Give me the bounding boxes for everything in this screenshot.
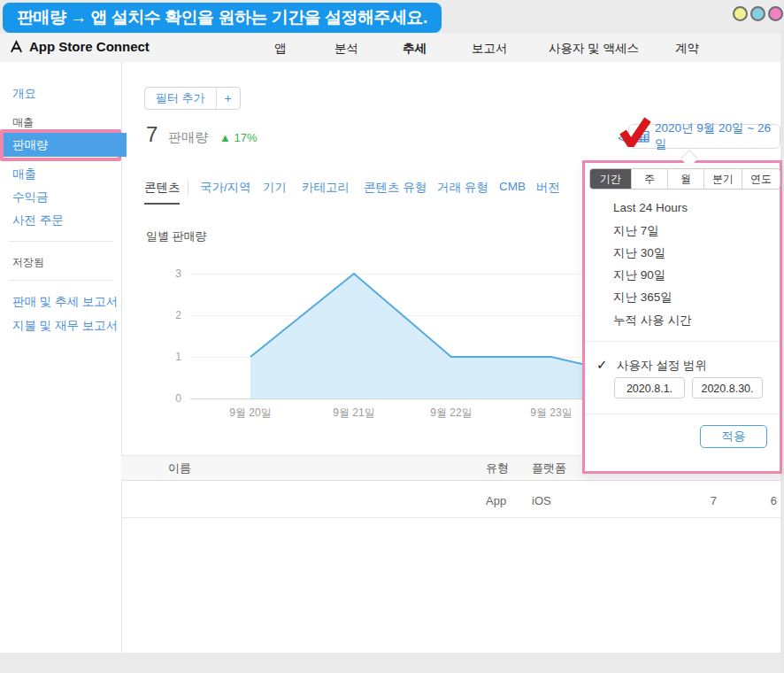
sidebar-item-proceeds[interactable]: 수익금 <box>12 190 49 205</box>
cell-units: 7 <box>690 494 717 507</box>
sidebar-item-preorders[interactable]: 사전 주문 <box>12 213 64 228</box>
tab-version[interactable]: 버전 <box>536 180 560 196</box>
nav-reports[interactable]: 보고서 <box>472 41 508 57</box>
popup-divider <box>585 414 780 414</box>
selected-tab-underline <box>144 203 180 205</box>
sidebar-section-sales: 매출 <box>12 115 34 130</box>
date-range-popup: 기간 주 월 분기 연도 Last 24 Hours 지난 7일 지난 30일 … <box>582 160 782 474</box>
tab-transaction-type[interactable]: 거래 유형 <box>437 180 488 196</box>
range-last-30-days[interactable]: 지난 30일 <box>613 245 665 261</box>
cell-type: App <box>486 494 506 507</box>
sidebar-divider-line <box>9 280 113 281</box>
nav-analytics[interactable]: 분석 <box>334 41 358 57</box>
brand-title: App Store Connect <box>29 39 150 54</box>
x-tick: 9월 20일 <box>219 406 281 421</box>
tab-divider <box>188 182 188 194</box>
tab-device[interactable]: 기기 <box>263 180 287 196</box>
nav-agreements[interactable]: 계약 <box>675 41 699 57</box>
app-store-connect-logo-icon <box>9 39 24 54</box>
apply-button[interactable]: 적용 <box>700 425 767 448</box>
annotation-banner: 판매량 → 앱 설치수 확인을 원하는 기간을 설정해주세요. <box>3 3 442 33</box>
units-total-label: 판매량 <box>168 129 208 146</box>
add-filter-label[interactable]: 필터 추가 <box>145 88 217 109</box>
sidebar-item-payments-report[interactable]: 지불 및 재무 보고서 <box>12 318 118 334</box>
window-dot-yellow[interactable] <box>733 6 748 21</box>
segment-quarter[interactable]: 분기 <box>704 169 742 189</box>
add-filter-button[interactable]: 필터 추가 + <box>144 87 241 110</box>
segment-month[interactable]: 월 <box>668 169 704 189</box>
sidebar-section-saved: 저장됨 <box>12 255 44 270</box>
sidebar-item-overview[interactable]: 개요 <box>12 86 36 102</box>
x-tick: 9월 23일 <box>520 406 582 421</box>
range-last-7-days[interactable]: 지난 7일 <box>613 223 659 239</box>
period-segmented-control: 기간 주 월 분기 연도 <box>589 168 780 190</box>
segment-period[interactable]: 기간 <box>590 169 632 189</box>
tab-content-type[interactable]: 콘텐츠 유형 <box>364 180 427 196</box>
x-tick: 9월 21일 <box>323 406 385 421</box>
nav-trends[interactable]: 추세 <box>403 41 427 57</box>
cell-extra: 6 <box>757 494 777 507</box>
sidebar-item-units-selected[interactable]: 판매량 <box>4 133 127 157</box>
x-tick: 9월 22일 <box>420 406 482 421</box>
date-from-input[interactable]: 2020.8.1. <box>614 377 685 398</box>
window-dot-pink[interactable] <box>768 6 783 21</box>
segment-week[interactable]: 주 <box>632 169 668 189</box>
range-last-24-hours[interactable]: Last 24 Hours <box>613 201 688 214</box>
window-dot-cyan[interactable] <box>750 6 765 21</box>
column-header-type[interactable]: 유형 <box>486 460 509 476</box>
sidebar-item-revenue[interactable]: 매출 <box>12 166 36 182</box>
date-to-input[interactable]: 2020.8.30. <box>692 377 763 398</box>
brand[interactable]: App Store Connect <box>9 39 150 54</box>
cell-platform: iOS <box>532 494 551 507</box>
check-icon: ✓ <box>596 357 608 373</box>
add-filter-plus-icon[interactable]: + <box>217 88 240 109</box>
column-header-platform[interactable]: 플랫폼 <box>532 460 566 476</box>
popup-divider <box>585 341 780 342</box>
tab-country-region[interactable]: 국가/지역 <box>200 180 251 196</box>
range-last-90-days[interactable]: 지난 90일 <box>613 267 665 283</box>
units-total-value: 7 <box>146 122 158 147</box>
nav-users-access[interactable]: 사용자 및 액세스 <box>549 41 639 57</box>
column-header-name[interactable]: 이름 <box>168 460 191 476</box>
range-last-365-days[interactable]: 지난 365일 <box>613 290 673 306</box>
nav-apps[interactable]: 앱 <box>274 41 287 57</box>
tab-category[interactable]: 카테고리 <box>302 180 350 196</box>
segment-year[interactable]: 연도 <box>742 169 780 189</box>
custom-range-option[interactable]: 사용자 설정 범위 <box>617 358 707 374</box>
date-range-label: 2020년 9월 20일 ~ 26일 <box>655 120 780 152</box>
range-lifetime[interactable]: 누적 사용 시간 <box>613 313 692 329</box>
chart-title: 일별 판매량 <box>146 228 207 244</box>
app-store-connect-screen: 판매량 → 앱 설치수 확인을 원하는 기간을 설정해주세요. App Stor… <box>0 0 784 673</box>
tab-cmb[interactable]: CMB <box>499 180 526 193</box>
red-arrow-annotation <box>619 117 651 151</box>
sidebar-divider-line <box>9 241 113 242</box>
units-delta-badge: ▲ 17% <box>219 131 257 144</box>
table-row-divider <box>121 517 780 518</box>
tab-content[interactable]: 콘텐츠 <box>144 180 181 196</box>
sidebar-item-sales-trends-report[interactable]: 판매 및 추세 보고서 <box>12 294 118 310</box>
